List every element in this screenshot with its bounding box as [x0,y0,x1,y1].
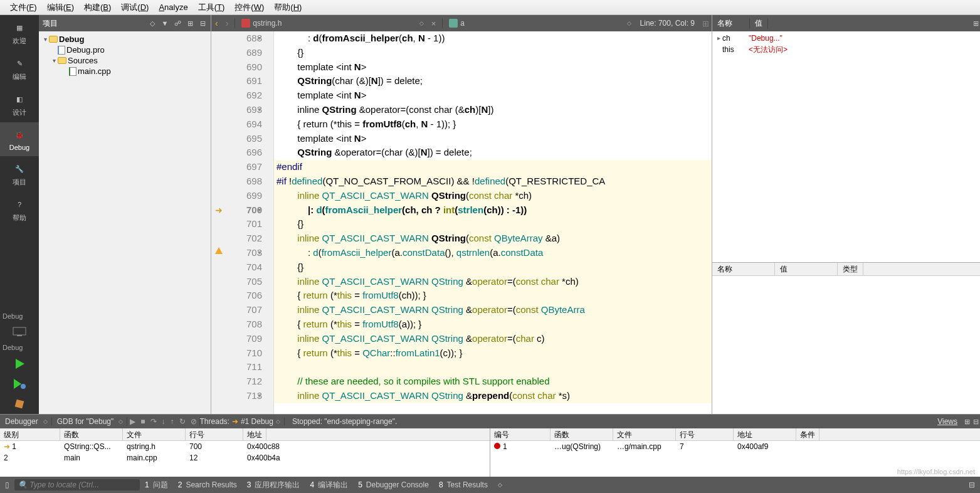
stack-col-addr[interactable]: 地址 [243,428,266,440]
watch-col-type[interactable]: 类型 [838,263,863,275]
bp-col-line[interactable]: 行号 [676,428,734,440]
stop-icon[interactable]: ■ [138,417,147,426]
project-tree[interactable]: ▾DebugDebug.pro▾Sourcesmain.cpp [39,31,211,79]
menu-h[interactable]: 帮助(H) [269,1,307,14]
step-into-icon[interactable]: ↓ [159,417,168,426]
debugger-close-icon[interactable]: ⊟ [971,417,980,426]
locals-col-name[interactable]: 名称 [712,18,750,29]
bp-col-num[interactable]: 编号 [490,428,551,440]
debug-status: Stopped: "end-stepping-range". [285,417,932,426]
detach-icon[interactable]: ⊘ [188,417,199,426]
code-editor[interactable]: 688▾689690691692693▾694695696697698699➜7… [211,31,712,414]
step-over-icon[interactable]: ↷ [148,417,159,426]
tree-item-Sources[interactable]: ▾Sources [39,55,211,66]
stack-col-line[interactable]: 行号 [186,428,243,440]
modebar-items: ▦欢迎✎编辑◧设计🐞Debug🔧项目?帮助 [0,15,39,228]
split-editor-icon[interactable]: ⊞ [700,19,712,28]
thread-dropdown-icon[interactable]: ◇ [276,418,284,425]
line-col-indicator[interactable]: Line: 700, Col: 9 [635,19,700,28]
sidebar-toggle-icon[interactable]: ▯ [0,480,14,489]
output-3[interactable]: 3应用程序输出 [242,480,305,490]
continue-icon[interactable]: ▶ [127,417,138,426]
current-thread[interactable]: #1 Debug [241,417,273,426]
editor-toolbar: ‹ › qstring.h ◇ × a ◇ Line: 700, Col: 9 … [211,15,712,31]
nav-forward-icon[interactable]: › [222,18,233,28]
progress-close-icon[interactable]: ⊟ [964,480,980,489]
debugger-split-icon[interactable]: ⊞ [962,417,971,426]
debugger-toolbar: Debugger ◇ GDB for "Debug" ◇ ▶ ■ ↷ ↓ ↑ ↻… [0,415,980,428]
mode-帮助[interactable]: ?帮助 [0,192,39,228]
close-icon[interactable]: ⊟ [198,19,207,28]
build-button[interactable] [0,394,39,414]
step-out-icon[interactable]: ↑ [168,417,177,426]
locals-col-value[interactable]: 值 [750,18,768,29]
watchers-body[interactable] [712,276,980,414]
mode-项目[interactable]: 🔧项目 [0,156,39,192]
filter-icon[interactable]: ▼ [161,19,169,28]
editor-symbol[interactable]: a [460,19,465,28]
watch-col-value[interactable]: 值 [775,263,838,275]
code-area[interactable]: : d(fromAscii_helper(ch, N - 1)) {} temp… [274,31,712,414]
config-dropdown-icon[interactable]: ◇ [119,418,127,425]
debug-run-button[interactable] [0,374,39,394]
mode-Debug[interactable]: 🐞Debug [0,122,39,156]
filename-dropdown-icon[interactable]: ◇ [419,20,424,26]
symbol-dropdown-icon[interactable]: ◇ [627,20,631,26]
class-icon [449,19,458,28]
split-icon[interactable]: ⊞ [186,19,194,28]
debug-config[interactable]: GDB for "Debug" [52,417,119,426]
menu-d[interactable]: 调试(D) [116,1,154,14]
output-4[interactable]: 4编译输出 [305,480,353,490]
bp-col-addr[interactable]: 地址 [734,428,796,440]
tree-item-Debug[interactable]: ▾Debug [39,34,211,45]
menu-b[interactable]: 构建(B) [79,1,116,14]
breakpoint-1[interactable]: 1…ug(QString)…g/main.cpp70x400af9 [490,441,980,452]
stack-frame-1[interactable]: ➜ 1QString::QS...qstring.h7000x400c88 [0,441,490,452]
close-document-icon[interactable]: × [428,19,440,28]
link-icon[interactable]: ☍ [173,19,182,28]
output-dropdown-icon[interactable]: ◇ [493,482,507,488]
bp-col-func[interactable]: 函数 [551,428,613,440]
dropdown-icon[interactable]: ◇ [148,19,157,28]
views-menu[interactable]: Views [932,417,962,426]
debugger-dropdown-icon[interactable]: ◇ [43,418,51,425]
project-panel: 项目 ◇ ▼ ☍ ⊞ ⊟ ▾DebugDebug.pro▾Sourcesmain… [39,15,211,414]
stack-col-level[interactable]: 级别 [0,428,60,440]
mode-设计[interactable]: ◧设计 [0,87,39,122]
editor-filename[interactable]: qstring.h [253,19,282,28]
local-ch[interactable]: ▸ch"Debug..." [712,33,980,44]
menu-e[interactable]: 编辑(E) [42,1,79,14]
stack-frame-2[interactable]: 2mainmain.cpp120x400b4a [0,452,490,464]
local-this[interactable]: this<无法访问> [712,44,980,55]
menu-a[interactable]: Analyze [154,1,192,13]
tree-item-main.cpp[interactable]: main.cpp [39,66,211,77]
output-1[interactable]: 1问题 [140,480,173,490]
locator-input[interactable]: 🔍 Type to locate (Ctrl... [14,479,140,490]
output-2[interactable]: 2Search Results [173,480,242,490]
menu-f[interactable]: 文件(F) [5,1,42,14]
stack-col-file[interactable]: 文件 [123,428,186,440]
stack-panel: 级别 函数 文件 行号 地址 ➜ 1QString::QS...qstring.… [0,428,490,477]
mode-bar: ▦欢迎✎编辑◧设计🐞Debug🔧项目?帮助 Debug Debug [0,15,39,414]
bp-col-cond[interactable]: 条件 [796,428,819,440]
locals-tree[interactable]: ▸ch"Debug..."this<无法访问> [712,31,980,262]
mode-编辑[interactable]: ✎编辑 [0,51,39,87]
nav-back-icon[interactable]: ‹ [211,18,222,28]
menu-t[interactable]: 工具(T) [193,1,230,14]
output-8[interactable]: 8Test Results [434,480,493,490]
restart-icon[interactable]: ↻ [177,417,188,426]
locals-split-icon[interactable]: ⊞ [971,19,980,28]
bp-rows[interactable]: 1…ug(QString)…g/main.cpp70x400af9 [490,441,980,452]
stack-col-func[interactable]: 函数 [60,428,123,440]
debugger-panel: Debugger ◇ GDB for "Debug" ◇ ▶ ■ ↷ ↓ ↑ ↻… [0,414,980,477]
gutter[interactable]: 688▾689690691692693▾694695696697698699➜7… [211,31,274,414]
menu-w[interactable]: 控件(W) [229,1,269,14]
run-button[interactable] [0,354,39,374]
watch-col-name[interactable]: 名称 [712,263,775,275]
kit-monitor-icon[interactable] [0,322,39,341]
mode-欢迎[interactable]: ▦欢迎 [0,15,39,51]
bp-col-file[interactable]: 文件 [613,428,676,440]
tree-item-Debug.pro[interactable]: Debug.pro [39,45,211,55]
stack-rows[interactable]: ➜ 1QString::QS...qstring.h7000x400c88 2m… [0,441,490,464]
output-5[interactable]: 5Debugger Console [353,480,434,490]
